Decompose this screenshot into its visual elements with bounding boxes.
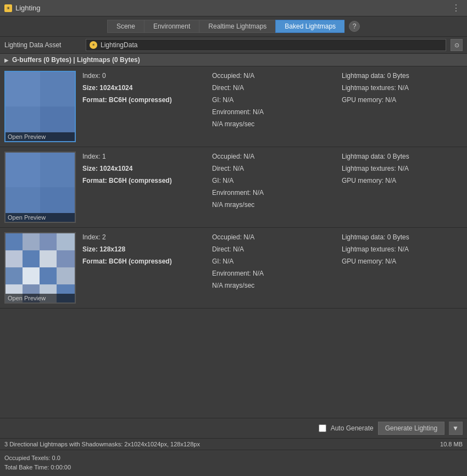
gi-0: GI: N/A (212, 95, 333, 105)
info-col-memory-0: Lightmap data: 0 Bytes Lightmap textures… (342, 71, 463, 142)
size-2: Size: 128x128 (82, 244, 203, 254)
footer-stats: Occupied Texels: 0.0 Total Bake Time: 0:… (0, 450, 467, 476)
section-title: G-buffers (0 Bytes) | Lightmaps (0 Bytes… (12, 56, 140, 64)
index-0: Index: 0 (82, 71, 203, 81)
direct-1: Direct: N/A (212, 164, 333, 173)
info-col-memory-2: Lightmap data: 0 Bytes Lightmap textures… (342, 232, 463, 304)
size-0: Size: 1024x1024 (82, 83, 203, 93)
tab-baked-lightmaps[interactable]: Baked Lightmaps (275, 20, 344, 33)
preview-label-1[interactable]: Open Preview (5, 213, 75, 222)
format-1: Format: BC6H (compressed) (82, 176, 203, 186)
help-button[interactable]: ? (349, 21, 360, 32)
lightmap-preview-0: Open Preview (4, 71, 76, 142)
svg-rect-10 (57, 233, 75, 250)
info-col-memory-1: Lightmap data: 0 Bytes Lightmap textures… (342, 152, 463, 223)
asset-icon: ☀ (90, 41, 97, 49)
environment-1: Environment: N/A (212, 188, 333, 198)
gpu-memory-2: GPU memory: N/A (342, 256, 463, 266)
svg-rect-12 (23, 250, 40, 267)
main-content: Open Preview Index: 0 Size: 1024x1024 Fo… (0, 66, 467, 418)
info-col-stats-2: Occupied: N/A Direct: N/A GI: N/A Enviro… (212, 232, 333, 304)
lightmap-info-2: Index: 2 Size: 128x128 Format: BC6H (com… (82, 232, 463, 304)
title-bar-left: ☀ Lighting (4, 4, 41, 12)
occupied-texels-row: Occupied Texels: 0.0 (4, 453, 463, 463)
svg-rect-13 (40, 250, 57, 267)
format-2: Format: BC6H (compressed) (82, 256, 203, 266)
mrays-0: N/A mrays/sec (212, 119, 333, 129)
auto-generate-label: Auto Generate (331, 424, 374, 432)
svg-rect-18 (57, 267, 75, 284)
occupied-2: Occupied: N/A (212, 232, 333, 242)
tab-scene[interactable]: Scene (107, 20, 144, 33)
tab-realtime-lightmaps[interactable]: Realtime Lightmaps (199, 20, 275, 33)
lightmap-item-0: Open Preview Index: 0 Size: 1024x1024 Fo… (0, 66, 467, 147)
occupied-0: Occupied: N/A (212, 71, 333, 81)
expand-arrow-icon: ▶ (4, 57, 9, 63)
lightmap-preview-1: Open Preview (4, 152, 76, 223)
window-title: Lighting (15, 4, 41, 12)
lightmap-info-0: Index: 0 Size: 1024x1024 Format: BC6H (c… (82, 71, 463, 142)
lightmap-textures-0: Lightmap textures: N/A (342, 83, 463, 93)
lightmap-item-2: Open Preview Index: 2 Size: 128x128 Form… (0, 228, 467, 309)
svg-rect-8 (23, 233, 40, 250)
stats-size: 10.8 MB (440, 441, 463, 447)
direct-2: Direct: N/A (212, 244, 333, 254)
lightmap-data-0: Lightmap data: 0 Bytes (342, 71, 463, 81)
lightmap-info-1: Index: 1 Size: 1024x1024 Format: BC6H (c… (82, 152, 463, 223)
svg-rect-7 (5, 233, 23, 250)
index-1: Index: 1 (82, 152, 203, 161)
auto-generate-checkbox[interactable] (319, 424, 326, 432)
environment-2: Environment: N/A (212, 268, 333, 278)
menu-button[interactable]: ⋮ (449, 2, 463, 14)
asset-target-button[interactable]: ⊙ (451, 39, 463, 51)
lighting-icon: ☀ (4, 4, 12, 12)
generate-row: Auto Generate Generate Lighting ▼ (0, 418, 467, 439)
svg-rect-1 (5, 72, 40, 107)
format-0: Format: BC6H (compressed) (82, 95, 203, 105)
svg-rect-14 (57, 250, 75, 267)
lightmap-textures-2: Lightmap textures: N/A (342, 244, 463, 254)
info-col-basic-1: Index: 1 Size: 1024x1024 Format: BC6H (c… (82, 152, 203, 223)
svg-rect-9 (40, 233, 57, 250)
lightmap-canvas-0 (5, 72, 75, 141)
preview-label-0[interactable]: Open Preview (5, 132, 75, 141)
generate-lighting-button[interactable]: Generate Lighting (378, 422, 444, 435)
svg-rect-4 (5, 153, 40, 187)
asset-name: LightingData (101, 41, 137, 49)
section-header[interactable]: ▶ G-buffers (0 Bytes) | Lightmaps (0 Byt… (0, 54, 467, 66)
lightmap-canvas-1 (5, 153, 75, 222)
info-col-stats-1: Occupied: N/A Direct: N/A GI: N/A Enviro… (212, 152, 333, 223)
index-2: Index: 2 (82, 232, 203, 242)
preview-label-2[interactable]: Open Preview (5, 294, 75, 303)
tabs-row: Scene Environment Realtime Lightmaps Bak… (0, 16, 467, 37)
lightmap-item-1: Open Preview Index: 1 Size: 1024x1024 Fo… (0, 147, 467, 228)
gi-2: GI: N/A (212, 256, 333, 266)
lightmap-data-2: Lightmap data: 0 Bytes (342, 232, 463, 242)
gpu-memory-1: GPU memory: N/A (342, 176, 463, 186)
lightmap-textures-1: Lightmap textures: N/A (342, 164, 463, 173)
stats-bar: 3 Directional Lightmaps with Shadowmasks… (0, 439, 467, 450)
asset-row: Lighting Data Asset ☀ LightingData ⊙ (0, 37, 467, 54)
lightmap-data-1: Lightmap data: 0 Bytes (342, 152, 463, 161)
svg-rect-16 (23, 267, 40, 284)
svg-rect-15 (5, 267, 23, 284)
occupied-1: Occupied: N/A (212, 152, 333, 161)
svg-rect-17 (40, 267, 57, 284)
mrays-1: N/A mrays/sec (212, 200, 333, 210)
asset-field[interactable]: ☀ LightingData (86, 39, 446, 51)
bake-time-row: Total Bake Time: 0:00:00 (4, 463, 463, 473)
stats-description: 3 Directional Lightmaps with Shadowmasks… (4, 441, 200, 447)
asset-label: Lighting Data Asset (4, 41, 81, 49)
info-col-basic-2: Index: 2 Size: 128x128 Format: BC6H (com… (82, 232, 203, 304)
environment-0: Environment: N/A (212, 107, 333, 117)
gi-1: GI: N/A (212, 176, 333, 186)
mrays-2: N/A mrays/sec (212, 281, 333, 290)
svg-rect-11 (5, 250, 23, 267)
lightmap-preview-2: Open Preview (4, 232, 76, 304)
tab-environment[interactable]: Environment (144, 20, 199, 33)
title-bar: ☀ Lighting ⋮ (0, 0, 467, 16)
gpu-memory-0: GPU memory: N/A (342, 95, 463, 105)
info-col-basic-0: Index: 0 Size: 1024x1024 Format: BC6H (c… (82, 71, 203, 142)
generate-lighting-dropdown-button[interactable]: ▼ (449, 422, 463, 435)
bottom-bar: Auto Generate Generate Lighting ▼ 3 Dire… (0, 418, 467, 476)
